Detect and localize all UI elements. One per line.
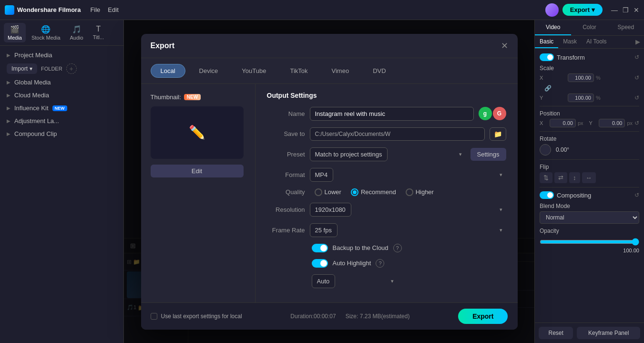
scale-y-reset[interactable]: ↺ xyxy=(634,94,639,101)
keyframe-panel-button[interactable]: Keyframe Panel xyxy=(577,327,640,339)
sidebar-item-influence-kit[interactable]: ▶ Influence Kit NEW xyxy=(0,102,123,114)
reset-button[interactable]: Reset xyxy=(539,327,573,339)
backup-label: Backup to the Cloud xyxy=(333,244,388,251)
left-navigation: ▶ Project Media Import ▾ FOLDER + ▶ Glob… xyxy=(0,46,123,143)
output-settings-title: Output Settings xyxy=(267,92,506,99)
minimize-button[interactable]: — xyxy=(611,6,618,14)
quality-higher[interactable]: Higher xyxy=(406,188,434,196)
blend-mode-select[interactable]: Normal xyxy=(540,211,639,224)
frame-rate-row: Frame Rate 25 fps xyxy=(267,223,506,237)
last-settings-checkbox[interactable] xyxy=(151,313,157,320)
scale-y-label: Y xyxy=(540,95,566,101)
tab-vimeo[interactable]: Vimeo xyxy=(322,64,359,78)
opacity-value: 100.00 xyxy=(623,248,639,253)
sidebar-item-cloud-media[interactable]: ▶ Cloud Media xyxy=(0,89,123,102)
green-g-icon[interactable]: g xyxy=(479,107,492,120)
quality-lower[interactable]: Lower xyxy=(315,188,341,196)
position-label: Position xyxy=(540,110,639,117)
format-select[interactable]: MP4 xyxy=(310,168,333,182)
preset-select[interactable]: Match to project settings xyxy=(310,147,388,161)
tab-speed[interactable]: Speed xyxy=(608,20,644,35)
menu-edit[interactable]: Edit xyxy=(108,6,118,13)
tab-dvd[interactable]: DVD xyxy=(363,64,396,78)
subtab-ai-tools[interactable]: AI Tools xyxy=(582,36,611,48)
compositing-reset-icon[interactable]: ↺ xyxy=(634,192,639,198)
import-button[interactable]: Import ▾ xyxy=(7,63,37,74)
grammarly-icon[interactable]: G xyxy=(493,107,506,120)
tab-titles[interactable]: T Titl... xyxy=(89,23,108,42)
tab-video[interactable]: Video xyxy=(535,20,571,35)
right-content: Transform ↺ Scale X % ↺ 🔗 Y % ↺ xyxy=(535,49,644,322)
center-area: ⊞ ✂ ↩ ↪ 🗑 ✂ ◀ ⊞ 📁 👁 xyxy=(124,20,534,343)
frame-rate-select-wrapper: 25 fps xyxy=(310,223,506,237)
browse-folder-button[interactable]: 📁 xyxy=(490,127,506,141)
maximize-button[interactable]: ❐ xyxy=(623,6,629,14)
flip-vertical-button[interactable]: ⇅ xyxy=(540,172,552,183)
backup-help-icon[interactable]: ? xyxy=(393,244,402,252)
blend-mode-label: Blend Mode xyxy=(540,203,639,209)
flip-horizontal-button[interactable]: ⇄ xyxy=(554,172,567,183)
duration-label: Duration:00:00:07 xyxy=(290,313,336,320)
sidebar-item-adjustment[interactable]: ▶ Adjustment La... xyxy=(0,114,123,127)
right-tabs: Video Color Speed xyxy=(535,20,644,36)
top-right: Export ▾ — ❐ ✕ xyxy=(545,3,639,17)
modal-close-button[interactable]: ✕ xyxy=(501,41,508,51)
export-main-button[interactable]: Export xyxy=(458,309,508,324)
tab-media[interactable]: 🎬 Media xyxy=(4,23,26,42)
edit-thumbnail-button[interactable]: Edit xyxy=(151,165,244,177)
tab-local[interactable]: Local xyxy=(151,64,185,78)
tab-device[interactable]: Device xyxy=(189,64,228,78)
subtab-basic[interactable]: Basic xyxy=(535,36,558,48)
add-folder-button[interactable]: + xyxy=(66,63,77,74)
quality-recommend[interactable]: Recommend xyxy=(351,188,396,196)
tab-audio[interactable]: 🎵 Audio xyxy=(66,23,87,42)
backup-toggle[interactable] xyxy=(312,244,328,252)
sidebar-item-compound-clip[interactable]: ▶ Compound Clip xyxy=(0,127,123,140)
position-y-input[interactable] xyxy=(599,119,625,127)
highlight-mode-select[interactable]: Auto xyxy=(312,274,335,288)
opacity-slider[interactable] xyxy=(540,238,639,246)
position-x-row: X px Y px ↺ xyxy=(540,119,639,127)
compositing-section: Compositing ↺ xyxy=(540,191,639,199)
save-to-input[interactable] xyxy=(310,127,485,141)
flip-h2-button[interactable]: ↔ xyxy=(582,172,596,183)
tab-color[interactable]: Color xyxy=(571,20,607,35)
modal-right: Output Settings Name g G Sav xyxy=(256,84,518,302)
preset-label: Preset xyxy=(267,151,305,158)
close-button[interactable]: ✕ xyxy=(634,6,639,14)
tab-tiktok[interactable]: TikTok xyxy=(280,64,317,78)
scale-x-reset[interactable]: ↺ xyxy=(634,74,639,81)
export-top-button[interactable]: Export ▾ xyxy=(562,4,603,16)
name-label: Name xyxy=(267,110,305,117)
scale-x-input[interactable] xyxy=(568,73,594,82)
position-reset[interactable]: ↺ xyxy=(634,120,639,126)
highlight-toggle[interactable] xyxy=(312,259,328,268)
format-row: Format MP4 xyxy=(267,168,506,182)
scale-y-input[interactable] xyxy=(568,94,594,102)
arrow-icon: ▶ xyxy=(7,93,10,98)
new-badge: NEW xyxy=(52,105,67,111)
scale-x-row: X % ↺ xyxy=(540,73,639,82)
sidebar-item-global-media[interactable]: ▶ Global Media xyxy=(0,76,123,89)
tab-stock-media[interactable]: 🌐 Stock Media xyxy=(28,23,64,42)
settings-button[interactable]: Settings xyxy=(470,148,506,161)
top-bar: Wondershare Filmora File Edit Export ▾ —… xyxy=(0,0,644,20)
tab-youtube[interactable]: YouTube xyxy=(232,64,276,78)
right-subtabs: Basic Mask AI Tools ▶ xyxy=(535,36,644,49)
flip-v2-button[interactable]: ↕ xyxy=(569,172,580,183)
transform-toggle[interactable] xyxy=(540,53,554,61)
frame-rate-select[interactable]: 25 fps xyxy=(310,223,337,237)
menu-file[interactable]: File xyxy=(90,6,100,13)
rotate-dial[interactable] xyxy=(540,144,551,156)
more-icon[interactable]: ▶ xyxy=(632,36,644,48)
transform-reset-icon[interactable]: ↺ xyxy=(634,54,639,61)
name-input[interactable] xyxy=(310,107,474,121)
position-x-input[interactable] xyxy=(550,119,576,127)
quality-row: Quality Lower Recommend Hi xyxy=(267,188,506,196)
modal-left: Thumbnail: NEW ✏️ Edit xyxy=(141,84,256,302)
compositing-toggle[interactable] xyxy=(540,191,554,199)
resolution-select[interactable]: 1920x1080 xyxy=(310,203,351,217)
highlight-help-icon[interactable]: ? xyxy=(376,259,384,268)
sidebar-item-project-media[interactable]: ▶ Project Media xyxy=(0,49,123,62)
subtab-mask[interactable]: Mask xyxy=(558,36,582,48)
